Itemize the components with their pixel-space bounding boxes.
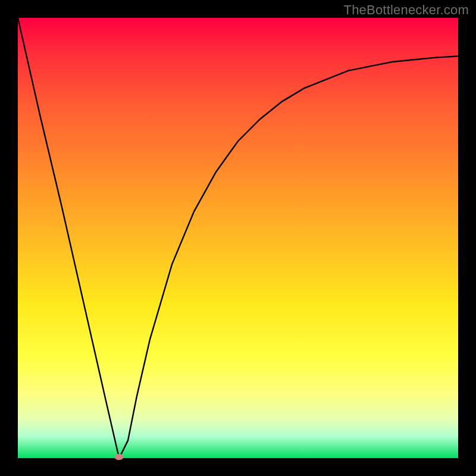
bottleneck-curve [18, 18, 458, 458]
plot-area [18, 18, 458, 458]
watermark-text: TheBottlenecker.com [344, 2, 469, 18]
optimum-marker [115, 454, 123, 460]
curve-svg [18, 18, 458, 458]
chart-frame: TheBottlenecker.com [0, 0, 476, 476]
